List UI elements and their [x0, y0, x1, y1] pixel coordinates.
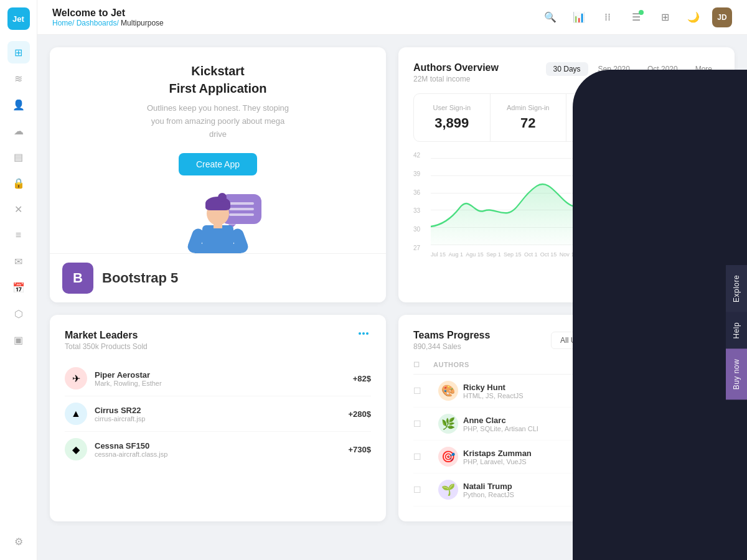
kristaps-avatar: 🎯 — [438, 447, 458, 467]
anne-name: Anne Clarc — [463, 416, 538, 425]
market-more-button[interactable] — [356, 330, 371, 337]
piper-icon: ✈ — [65, 367, 87, 390]
dark-panel-buttons: Explore Help Buy now — [726, 265, 747, 399]
market-item: ◆ Cessna SF150 cessna-aircraft.class.jsp… — [65, 432, 371, 467]
dashboard-icon: ⊞ — [14, 47, 22, 58]
lock-icon: 🔒 — [12, 177, 25, 189]
sidebar-item-components[interactable]: ⬡ — [7, 302, 30, 325]
page-wrapper: Kickstart First Application Outlines kee… — [37, 35, 747, 560]
sidebar-item-list[interactable]: ≡ — [7, 224, 30, 246]
row-checkbox[interactable]: ☐ — [413, 419, 433, 429]
sidebar-item-mail[interactable]: ✉ — [7, 250, 30, 273]
natali-avatar: 🌱 — [438, 480, 458, 500]
bootstrap-banner: B Bootstrap 5 — [50, 253, 386, 302]
sidebar-item-forms[interactable]: ▣ — [7, 329, 30, 351]
teams-subtitle: 890,344 Sales — [413, 342, 490, 351]
market-leaders-header: Market Leaders Total 350k Products Sold — [65, 330, 371, 351]
close-icon: ✕ — [14, 203, 22, 215]
natali-info: Natali Trump Python, ReactJS — [463, 482, 514, 498]
sidebar-item-settings[interactable]: ⚙ — [7, 530, 30, 553]
teams-title: Teams Progress — [413, 330, 490, 341]
sidebar-item-user[interactable]: 👤 — [7, 93, 30, 116]
stats-button[interactable]: 📊 — [569, 7, 589, 27]
theme-button[interactable]: 🌙 — [684, 7, 703, 27]
stat-admin-signin-value: 72 — [500, 115, 557, 131]
online-indicator — [639, 10, 644, 15]
mail-icon: ✉ — [14, 256, 22, 268]
sidebar-item-calendar[interactable]: 📅 — [7, 276, 30, 299]
grid-icon: ⊞ — [661, 11, 669, 23]
market-leaders-title: Market Leaders — [65, 330, 148, 341]
menu-button[interactable]: ☰ — [626, 7, 646, 27]
header-title-area: Welcome to Jet Home/ Dashboards/ Multipu… — [52, 7, 533, 27]
apps-button[interactable]: ⁞⁞ — [598, 7, 618, 27]
piper-info: Piper Aerostar Mark, Rowling, Esther — [95, 370, 345, 387]
col-checkbox: ☐ — [413, 361, 433, 369]
sidebar-item-analytics[interactable]: ≋ — [7, 67, 30, 90]
search-button[interactable]: 🔍 — [540, 7, 560, 27]
row-checkbox[interactable]: ☐ — [413, 452, 433, 462]
help-button[interactable]: Help — [726, 312, 747, 349]
stats-icon: 📊 — [573, 11, 585, 23]
header-actions: 🔍 📊 ⁞⁞ ☰ ⊞ 🌙 JD — [540, 7, 732, 27]
anne-info: Anne Clarc PHP, SQLite, Artisan CLI — [463, 416, 538, 432]
grid-button[interactable]: ⊞ — [655, 7, 675, 27]
tab-30days[interactable]: 30 Days — [546, 62, 588, 76]
components-icon: ⬡ — [14, 308, 23, 320]
sidebar-item-lock[interactable]: 🔒 — [7, 172, 30, 194]
ricky-info: Ricky Hunt HTML, JS, ReactJS — [463, 383, 524, 399]
analytics-icon: ≋ — [14, 73, 22, 85]
user-avatar[interactable]: JD — [712, 7, 732, 27]
explore-button[interactable]: Explore — [726, 265, 747, 312]
stat-user-signin-value: 3,899 — [424, 115, 480, 131]
search-icon: 🔍 — [544, 11, 557, 23]
market-item: ▲ Cirrus SR22 cirrus-aircraft.jsp +280$ — [65, 396, 371, 432]
cirrus-change: +280$ — [348, 409, 371, 419]
piper-sub: Mark, Rowling, Esther — [95, 380, 345, 387]
calendar-icon: 📅 — [12, 282, 25, 294]
chart-bar-icon: ▤ — [14, 151, 23, 163]
authors-title: Authors Overview — [413, 62, 499, 73]
anne-skills: PHP, SQLite, Artisan CLI — [463, 425, 538, 432]
col-authors: AUTHORS — [433, 361, 595, 369]
chart-y-labels: 423936333027 — [413, 152, 428, 251]
row-author: 🌿 Anne Clarc PHP, SQLite, Artisan CLI — [438, 414, 585, 434]
cessna-sub: cessna-aircraft.class.jsp — [95, 450, 341, 458]
breadcrumb-current: Multipurpose — [121, 19, 164, 27]
breadcrumb: Home/ Dashboards/ Multipurpose — [52, 19, 533, 27]
buy-now-button[interactable]: Buy now — [726, 349, 747, 400]
header: Welcome to Jet Home/ Dashboards/ Multipu… — [37, 0, 747, 35]
sidebar-item-cloud[interactable]: ☁ — [7, 119, 30, 142]
bootstrap-label: Bootstrap 5 — [102, 270, 178, 286]
cloud-icon: ☁ — [14, 125, 24, 137]
row-author: 🎯 Kristaps Zumman PHP, Laravel, VueJS — [438, 447, 585, 467]
teams-title-group: Teams Progress 890,344 Sales — [413, 330, 490, 351]
forms-icon: ▣ — [14, 334, 23, 346]
row-author: 🎨 Ricky Hunt HTML, JS, ReactJS — [438, 381, 585, 401]
row-author: 🌱 Natali Trump Python, ReactJS — [438, 480, 585, 500]
sidebar-item-close[interactable]: ✕ — [7, 198, 30, 220]
breadcrumb-home: Home/ — [52, 19, 77, 27]
ricky-avatar: 🎨 — [438, 381, 458, 401]
list-icon: ≡ — [16, 230, 21, 241]
cirrus-name: Cirrus SR22 — [95, 406, 341, 415]
ricky-skills: HTML, JS, ReactJS — [463, 392, 524, 399]
apps-icon: ⁞⁞ — [604, 11, 611, 23]
settings-icon: ⚙ — [14, 536, 23, 548]
app-logo[interactable]: Jet — [7, 7, 30, 30]
create-app-button[interactable]: Create App — [179, 153, 257, 175]
page-title: Welcome to Jet — [52, 7, 533, 19]
sidebar-item-chart[interactable]: ▤ — [7, 146, 30, 168]
sidebar-item-dashboard[interactable]: ⊞ — [7, 41, 30, 63]
cessna-change: +730$ — [348, 445, 371, 454]
cessna-icon: ◆ — [65, 438, 87, 460]
kristaps-skills: PHP, Laravel, VueJS — [463, 458, 532, 465]
market-leaders-subtitle: Total 350k Products Sold — [65, 342, 148, 351]
cessna-info: Cessna SF150 cessna-aircraft.class.jsp — [95, 441, 341, 458]
stat-user-signin-label: User Sign-in — [424, 104, 480, 111]
market-title-group: Market Leaders Total 350k Products Sold — [65, 330, 148, 351]
row-checkbox[interactable]: ☐ — [413, 386, 433, 396]
dark-panel: Explore Help Buy now — [573, 70, 747, 560]
row-checkbox[interactable]: ☐ — [413, 485, 433, 495]
dark-mode-icon: 🌙 — [687, 11, 700, 23]
